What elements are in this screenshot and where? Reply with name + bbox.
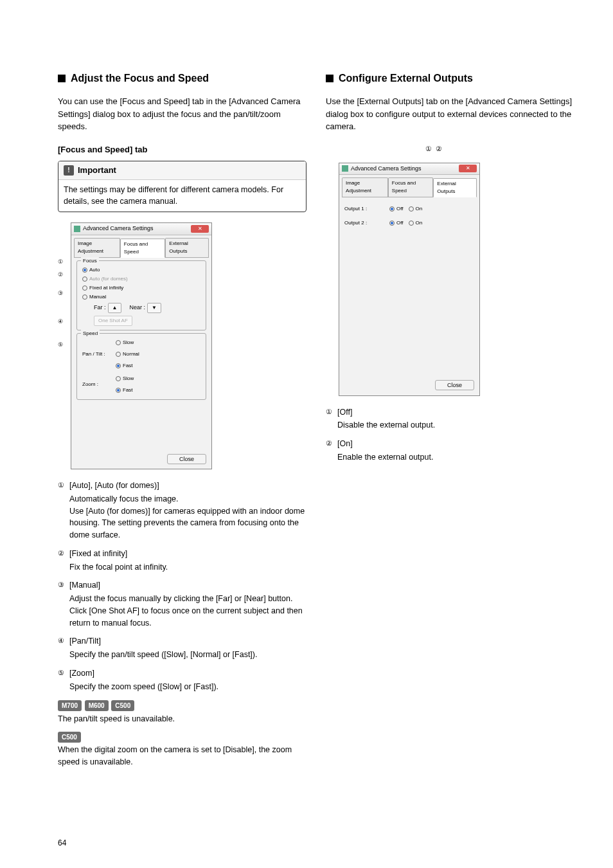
callout-1: ①	[56, 258, 65, 267]
radio-auto[interactable]	[82, 267, 87, 273]
important-text: The settings may be different for differ…	[58, 180, 306, 212]
radio-output1-on[interactable]	[409, 206, 414, 212]
callout-2: ②	[56, 271, 65, 280]
section-heading-outputs: Configure External Outputs	[326, 71, 574, 86]
tab-image-adjustment[interactable]: Image Adjustment	[74, 238, 120, 257]
radio-output2-off[interactable]	[389, 221, 395, 226]
dialog-external-outputs: Advanced Camera Settings ✕ Image Adjustm…	[339, 163, 480, 396]
close-button[interactable]: Close	[167, 454, 206, 464]
radio-fixed[interactable]	[82, 285, 87, 291]
radio-auto-domes[interactable]	[82, 276, 87, 282]
intro-focus: You can use the [Focus and Speed] tab in…	[58, 95, 306, 133]
callout-4: ④	[56, 318, 65, 327]
top-marker-2: ②	[436, 143, 442, 154]
callout-5: ⑤	[56, 341, 65, 350]
important-label: Important	[78, 164, 116, 177]
radio-output1-off[interactable]	[389, 206, 395, 212]
radio-zoom-fast[interactable]	[116, 388, 121, 393]
dialog-focus-speed: Advanced Camera Settings ✕ Image Adjustm…	[71, 222, 212, 469]
radio-output2-on[interactable]	[409, 221, 414, 226]
model-badges-1: M700 M600 C500	[58, 699, 306, 712]
dialog-app-icon	[342, 165, 348, 172]
focus-item-list: ① [Auto], [Auto (for domes)] Automatical…	[58, 480, 306, 692]
page-number: 64	[58, 837, 66, 849]
callout-3: ③	[56, 289, 65, 298]
radio-pantilt-normal[interactable]	[116, 352, 121, 357]
tab-external-outputs[interactable]: External Outputs	[165, 238, 209, 257]
close-button[interactable]: Close	[435, 380, 474, 390]
radio-pantilt-fast[interactable]	[116, 363, 121, 368]
dialog-title: Advanced Camera Settings	[351, 165, 422, 174]
dialog-app-icon	[74, 226, 80, 232]
focus-legend: Focus	[81, 257, 99, 265]
dialog-close-button[interactable]: ✕	[191, 225, 209, 233]
tab-subheading: [Focus and Speed] tab	[58, 143, 306, 156]
intro-outputs: Use the [External Outputs] tab on the [A…	[326, 95, 574, 133]
outputs-item-list: ① [Off] Disable the external output. ② […	[326, 406, 574, 464]
top-marker-1: ①	[425, 143, 432, 154]
dialog-close-button[interactable]: ✕	[459, 165, 477, 172]
important-icon: !	[64, 165, 74, 176]
model-badges-2: C500	[58, 730, 306, 743]
tab-focus-speed[interactable]: Focus and Speed	[388, 177, 434, 197]
radio-pantilt-slow[interactable]	[116, 340, 121, 345]
tab-image-adjustment[interactable]: Image Adjustment	[342, 177, 388, 197]
near-button[interactable]: ▼	[147, 303, 161, 313]
speed-legend: Speed	[81, 330, 100, 338]
radio-zoom-slow[interactable]	[116, 376, 121, 381]
important-box: ! Important The settings may be differen…	[58, 161, 306, 212]
dialog-title: Advanced Camera Settings	[83, 224, 154, 233]
tab-external-outputs[interactable]: External Outputs	[433, 178, 477, 197]
far-button[interactable]: ▲	[108, 303, 122, 313]
tab-focus-speed[interactable]: Focus and Speed	[120, 239, 166, 258]
section-heading-focus: Adjust the Focus and Speed	[58, 71, 306, 86]
one-shot-af-button[interactable]: One Shot AF	[94, 316, 132, 326]
radio-manual[interactable]	[82, 294, 87, 300]
